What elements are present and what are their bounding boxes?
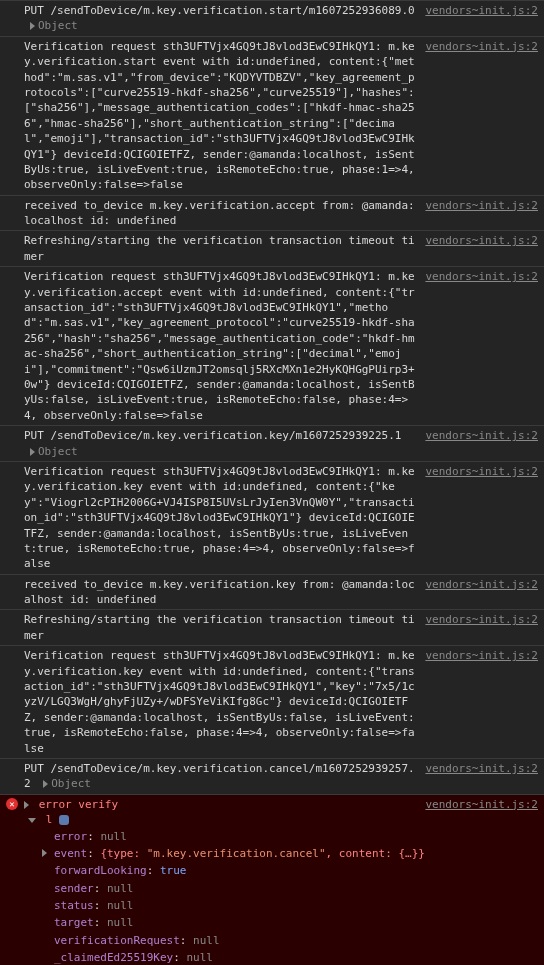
console-log-entry[interactable]: vendors~init.js:2PUT /sendToDevice/m.key…: [0, 0, 544, 36]
property-value: null: [107, 899, 134, 912]
console-output: vendors~init.js:2PUT /sendToDevice/m.key…: [0, 0, 544, 965]
object-property[interactable]: event: {type: "m.key.verification.cancel…: [54, 845, 540, 862]
expand-icon: [30, 448, 35, 456]
console-log-entry[interactable]: vendors~init.js:2Refreshing/starting the…: [0, 230, 544, 266]
property-key: sender: [54, 882, 94, 895]
source-link[interactable]: vendors~init.js:2: [425, 3, 538, 18]
object-badge-icon: [59, 815, 69, 825]
expand-icon[interactable]: [24, 801, 29, 809]
object-toggle[interactable]: Object: [30, 445, 78, 458]
source-link[interactable]: vendors~init.js:2: [425, 761, 538, 776]
expand-icon: [30, 22, 35, 30]
error-label: error verify: [39, 798, 118, 811]
property-value: null: [100, 830, 127, 843]
console-log-entry[interactable]: vendors~init.js:2PUT /sendToDevice/m.key…: [0, 758, 544, 794]
expand-icon[interactable]: [42, 849, 47, 857]
source-link[interactable]: vendors~init.js:2: [425, 233, 538, 248]
log-message: Verification request sth3UFTVjx4GQ9tJ8vl…: [24, 464, 540, 572]
source-link[interactable]: vendors~init.js:2: [425, 39, 538, 54]
property-key: error: [54, 830, 87, 843]
console-log-entry[interactable]: vendors~init.js:2PUT /sendToDevice/m.key…: [0, 425, 544, 461]
source-link[interactable]: vendors~init.js:2: [425, 577, 538, 592]
console-log-entry[interactable]: vendors~init.js:2received to_device m.ke…: [0, 574, 544, 610]
console-log-entry[interactable]: vendors~init.js:2Verification request st…: [0, 461, 544, 574]
object-property[interactable]: _claimedEd25519Key: null: [54, 949, 540, 965]
error-object-label: l: [46, 813, 53, 826]
error-icon: ✕: [6, 798, 18, 810]
console-log-entry[interactable]: vendors~init.js:2Verification request st…: [0, 266, 544, 425]
property-key: target: [54, 916, 94, 929]
source-link[interactable]: vendors~init.js:2: [425, 464, 538, 479]
object-tree: error: nullevent: {type: "m.key.verifica…: [24, 828, 540, 965]
object-toggle[interactable]: Object: [43, 777, 91, 790]
property-key: event: [54, 847, 87, 860]
object-property[interactable]: sender: null: [54, 880, 540, 897]
console-error-entry[interactable]: ✕ vendors~init.js:2 error verify l error…: [0, 794, 544, 965]
source-link[interactable]: vendors~init.js:2: [425, 648, 538, 663]
object-property[interactable]: target: null: [54, 914, 540, 931]
property-key: verificationRequest: [54, 934, 180, 947]
log-message: Verification request sth3UFTVjx4GQ9tJ8vl…: [24, 269, 540, 423]
object-property[interactable]: status: null: [54, 897, 540, 914]
expand-icon[interactable]: [28, 818, 36, 823]
log-message: Verification request sth3UFTVjx4GQ9tJ8vl…: [24, 648, 540, 756]
console-log-entry[interactable]: vendors~init.js:2Verification request st…: [0, 36, 544, 195]
log-message: Verification request sth3UFTVjx4GQ9tJ8vl…: [24, 39, 540, 193]
source-link[interactable]: vendors~init.js:2: [425, 269, 538, 284]
source-link[interactable]: vendors~init.js:2: [425, 797, 538, 812]
property-value: null: [107, 916, 134, 929]
object-toggle[interactable]: Object: [30, 19, 78, 32]
object-property[interactable]: verificationRequest: null: [54, 932, 540, 949]
object-property[interactable]: error: null: [54, 828, 540, 845]
source-link[interactable]: vendors~init.js:2: [425, 612, 538, 627]
source-link[interactable]: vendors~init.js:2: [425, 198, 538, 213]
object-property[interactable]: forwardLooking: true: [54, 862, 540, 879]
property-key: _claimedEd25519Key: [54, 951, 173, 964]
property-value: null: [186, 951, 213, 964]
expand-icon: [43, 780, 48, 788]
property-value: null: [193, 934, 220, 947]
console-log-entry[interactable]: vendors~init.js:2received to_device m.ke…: [0, 195, 544, 231]
property-key: status: [54, 899, 94, 912]
property-value: true: [160, 864, 187, 877]
property-value: {type: "m.key.verification.cancel", cont…: [100, 847, 425, 860]
console-log-entry[interactable]: vendors~init.js:2Refreshing/starting the…: [0, 609, 544, 645]
source-link[interactable]: vendors~init.js:2: [425, 428, 538, 443]
property-key: forwardLooking: [54, 864, 147, 877]
property-value: null: [107, 882, 134, 895]
console-log-entry[interactable]: vendors~init.js:2Verification request st…: [0, 645, 544, 758]
